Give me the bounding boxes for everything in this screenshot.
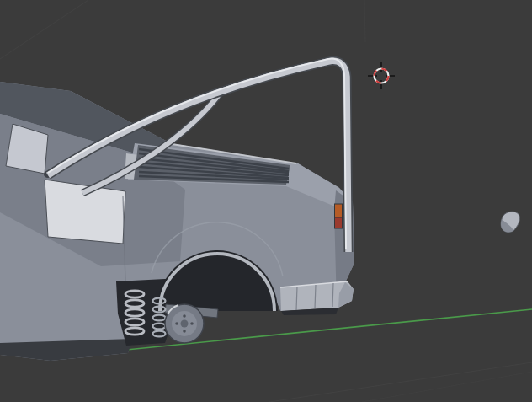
lug-bolt — [183, 330, 186, 333]
tail-light-amber — [335, 204, 343, 217]
lug-bolt — [175, 322, 178, 325]
tail-light-red — [335, 217, 343, 228]
tail-light — [335, 204, 343, 228]
lug-bolt — [183, 314, 186, 318]
brake-drum — [165, 304, 204, 343]
lug-bolt — [190, 322, 194, 325]
3d-viewport[interactable] — [0, 0, 532, 402]
hub-center — [181, 320, 189, 328]
